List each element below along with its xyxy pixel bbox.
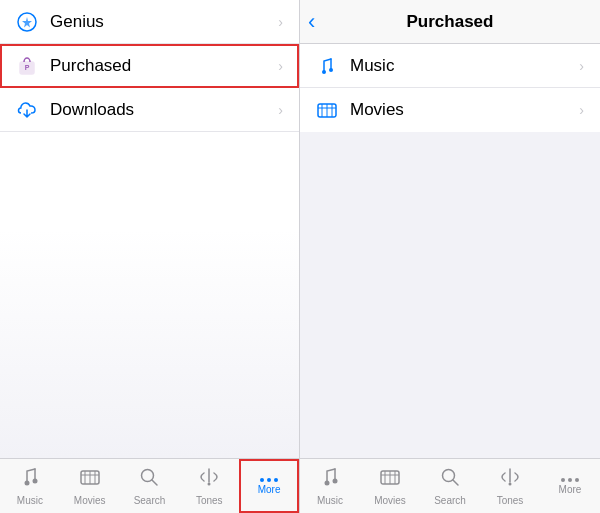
tab-search-right[interactable]: Search — [420, 459, 480, 513]
right-content-area — [300, 132, 600, 458]
downloads-chevron: › — [278, 102, 283, 118]
right-panel: ‹ Purchased Music › — [300, 0, 600, 513]
search-tab-label-right: Search — [434, 495, 466, 506]
svg-point-12 — [208, 483, 211, 486]
more-tab-label: More — [258, 484, 281, 495]
movies-tab-icon-right — [379, 466, 401, 493]
music-list-icon — [316, 55, 338, 77]
music-tab-icon — [19, 466, 41, 493]
purchased-chevron: › — [278, 58, 283, 74]
movies-list-icon — [316, 99, 338, 121]
tab-music-right[interactable]: Music — [300, 459, 360, 513]
svg-point-21 — [333, 479, 338, 484]
tab-tones-right[interactable]: Tones — [480, 459, 540, 513]
search-tab-label-left: Search — [134, 495, 166, 506]
svg-point-29 — [509, 483, 512, 486]
sidebar-item-downloads[interactable]: Downloads › — [0, 88, 299, 132]
right-item-movies[interactable]: Movies › — [300, 88, 600, 132]
music-tab-icon-right — [319, 466, 341, 493]
movies-right-label: Movies — [350, 100, 579, 120]
left-panel: Genius › P Purchased › Downloads — [0, 0, 300, 513]
svg-point-20 — [325, 481, 330, 486]
movies-tab-label-left: Movies — [74, 495, 106, 506]
purchased-label: Purchased — [50, 56, 278, 76]
music-right-chevron: › — [579, 58, 584, 74]
downloads-label: Downloads — [50, 100, 278, 120]
right-tab-bar: Music Movies Search — [300, 458, 600, 513]
music-tab-label-left: Music — [17, 495, 43, 506]
movies-tab-icon — [79, 466, 101, 493]
purchased-icon: P — [16, 55, 38, 77]
tones-tab-label-right: Tones — [497, 495, 524, 506]
right-item-music[interactable]: Music › — [300, 44, 600, 88]
purchased-items-group: Music › Movies › — [300, 44, 600, 132]
svg-point-13 — [322, 70, 326, 74]
sidebar-item-genius[interactable]: Genius › — [0, 0, 299, 44]
svg-point-14 — [329, 68, 333, 72]
left-list: Genius › P Purchased › Downloads — [0, 0, 299, 229]
svg-point-4 — [32, 479, 37, 484]
tab-search-left[interactable]: Search — [120, 459, 180, 513]
downloads-icon — [16, 99, 38, 121]
tab-movies-left[interactable]: Movies — [60, 459, 120, 513]
search-tab-icon-right — [439, 466, 461, 493]
svg-text:P: P — [25, 64, 30, 71]
genius-label: Genius — [50, 12, 278, 32]
left-content-area — [0, 229, 299, 458]
tab-tones-left[interactable]: Tones — [179, 459, 239, 513]
tones-tab-icon — [198, 466, 220, 493]
music-tab-label-right: Music — [317, 495, 343, 506]
music-right-label: Music — [350, 56, 579, 76]
sidebar-item-purchased[interactable]: P Purchased › — [0, 44, 299, 88]
back-button[interactable]: ‹ — [308, 9, 315, 35]
tab-movies-right[interactable]: Movies — [360, 459, 420, 513]
right-header: ‹ Purchased — [300, 0, 600, 44]
svg-line-11 — [152, 480, 157, 485]
search-tab-icon-left — [138, 466, 160, 493]
more-tab-icon-right — [561, 478, 579, 482]
movies-right-chevron: › — [579, 102, 584, 118]
movies-tab-label-right: Movies — [374, 495, 406, 506]
more-tab-label-right: More — [559, 484, 582, 495]
genius-chevron: › — [278, 14, 283, 30]
tab-music-left[interactable]: Music — [0, 459, 60, 513]
left-tab-bar: Music Movies Search — [0, 458, 299, 513]
more-tab-icon — [260, 478, 278, 482]
right-header-title: Purchased — [407, 12, 494, 32]
svg-point-3 — [24, 481, 29, 486]
genius-icon — [16, 11, 38, 33]
svg-line-28 — [453, 480, 458, 485]
tab-more-right[interactable]: More — [540, 459, 600, 513]
tab-more-left[interactable]: More — [239, 459, 299, 513]
tones-tab-icon-right — [499, 466, 521, 493]
tones-tab-label: Tones — [196, 495, 223, 506]
